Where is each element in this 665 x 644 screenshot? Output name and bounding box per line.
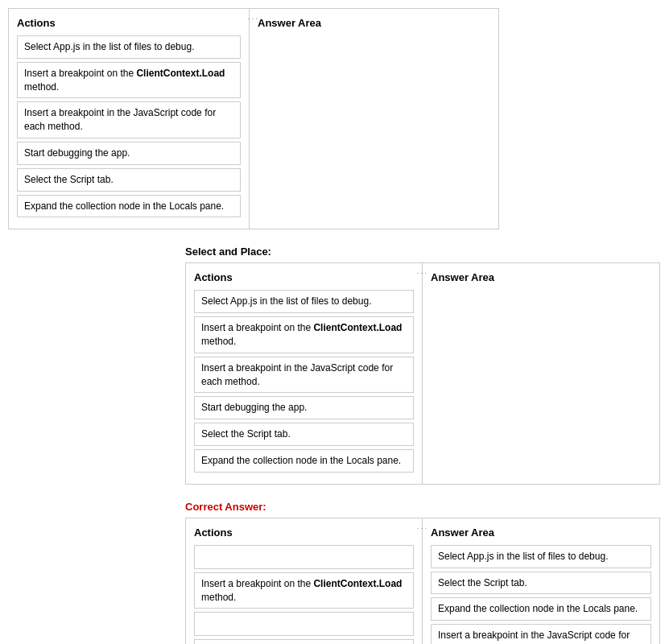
- answer-item[interactable]: Expand the collection node in the Locals…: [431, 597, 651, 621]
- section3: Correct Answer: ... Actions Insert a bre…: [8, 501, 657, 644]
- action-item[interactable]: Insert a breakpoint in the JavaScript co…: [17, 101, 241, 138]
- action-item[interactable]: Select the Script tab.: [17, 168, 241, 192]
- actions-title-2: Actions: [194, 271, 414, 283]
- answer-panel-1: Answer Area: [250, 9, 498, 229]
- answer-item[interactable]: Insert a breakpoint in the JavaScript co…: [431, 624, 651, 644]
- action-item[interactable]: Expand the collection node in the Locals…: [17, 195, 241, 218]
- drag-drop-area-2: ... Actions Select App.js in the list of…: [185, 262, 660, 484]
- action-item[interactable]: Expand the collection node in the Locals…: [194, 449, 414, 473]
- dots-3: ...: [417, 522, 428, 530]
- dots-1: ...: [248, 12, 259, 21]
- action-item[interactable]: Select App.js in the list of files to de…: [194, 290, 414, 313]
- label-text: Select and Place:: [185, 246, 271, 258]
- action-item[interactable]: Start debugging the app.: [17, 142, 241, 165]
- label-text-correct: Correct Answer:: [185, 501, 266, 513]
- actions-title-1: Actions: [17, 17, 241, 29]
- action-item[interactable]: Insert a breakpoint on the ClientContext…: [194, 572, 414, 609]
- action-item[interactable]: Insert a breakpoint on the ClientContext…: [194, 316, 414, 353]
- action-item-empty: [194, 639, 414, 644]
- answer-panel-2: Answer Area: [423, 263, 659, 483]
- correct-answer-label: Correct Answer:: [185, 501, 266, 513]
- actions-title-3: Actions: [194, 526, 414, 539]
- actions-panel-2: Actions Select App.js in the list of fil…: [186, 263, 423, 483]
- actions-panel-1: Actions Select App.js in the list of fil…: [9, 9, 250, 229]
- answer-title-3: Answer Area: [431, 526, 651, 539]
- answer-panel-3: Answer Area Select App.js in the list of…: [423, 518, 659, 644]
- action-item-empty: [194, 545, 414, 569]
- action-item[interactable]: Insert a breakpoint in the JavaScript co…: [194, 357, 414, 394]
- answer-title-2: Answer Area: [431, 271, 651, 283]
- section1: ... Actions Select App.js in the list of…: [8, 8, 657, 229]
- action-item-empty: [194, 612, 414, 636]
- action-item[interactable]: Start debugging the app.: [194, 396, 414, 419]
- answer-item[interactable]: Select the Script tab.: [431, 572, 651, 595]
- answer-title-1: Answer Area: [258, 17, 490, 29]
- drag-drop-area-3: ... Actions Insert a breakpoint on the C…: [185, 518, 660, 644]
- action-item[interactable]: Select App.js in the list of files to de…: [17, 35, 241, 59]
- action-item[interactable]: Insert a breakpoint on the ClientContext…: [17, 62, 241, 99]
- drag-drop-area-1: ... Actions Select App.js in the list of…: [8, 8, 499, 229]
- dots-2: ...: [417, 266, 428, 275]
- actions-panel-3: Actions Insert a breakpoint on the Clien…: [186, 518, 423, 644]
- select-and-place-label: Select and Place:: [185, 246, 271, 258]
- answer-item[interactable]: Select App.js in the list of files to de…: [431, 545, 651, 568]
- section2: Select and Place: ... Actions Select App…: [8, 246, 657, 484]
- action-item[interactable]: Select the Script tab.: [194, 423, 414, 446]
